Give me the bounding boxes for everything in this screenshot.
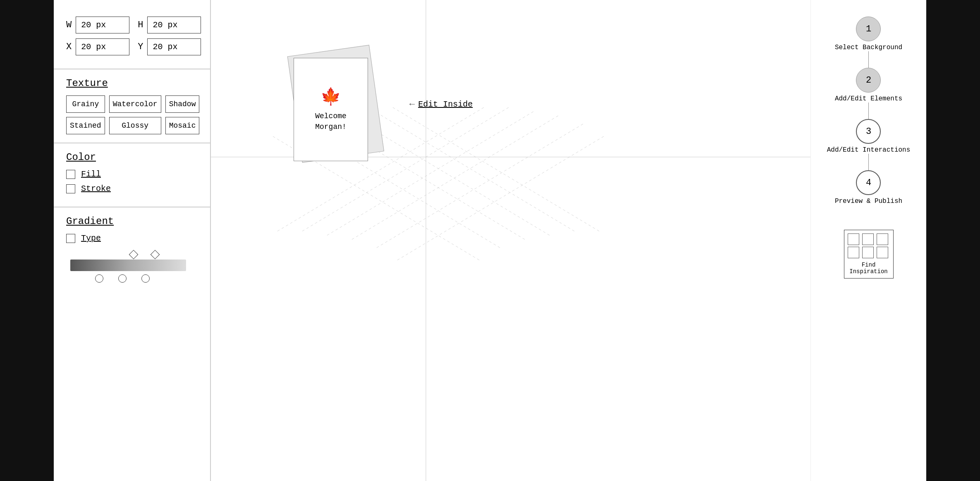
- color-section: Color Fill Stroke: [54, 143, 210, 207]
- texture-watercolor-button[interactable]: Watercolor: [109, 95, 161, 113]
- insp-cell-2: [862, 233, 874, 245]
- stroke-label: Stroke: [81, 184, 111, 193]
- workflow-container: 1 Select Background 2 Add/Edit Elements …: [827, 17, 911, 205]
- texture-shadow-button[interactable]: Shadow: [165, 95, 200, 113]
- card-front[interactable]: 🍁 Welcome Morgan!: [294, 58, 368, 161]
- right-panel: 1 Select Background 2 Add/Edit Elements …: [810, 0, 926, 481]
- canvas-area: 🍁 Welcome Morgan! ← Edit Inside: [211, 0, 810, 481]
- texture-grid: Grainy Watercolor Shadow Stained Glossy …: [66, 95, 198, 134]
- svg-line-6: [368, 107, 575, 231]
- step-connector-1: [868, 51, 869, 68]
- step-label-3: Add/Edit Interactions: [827, 146, 911, 154]
- insp-cell-5: [862, 247, 874, 258]
- width-input[interactable]: [76, 17, 129, 33]
- y-label: Y: [138, 42, 143, 52]
- step-label-4: Preview & Publish: [835, 198, 902, 205]
- card-welcome-text: Welcome Morgan!: [302, 111, 359, 132]
- step-number-1: 1: [866, 24, 871, 34]
- step-connector-2: [868, 102, 869, 119]
- right-black-bar: [926, 0, 980, 481]
- fill-label: Fill: [81, 169, 101, 179]
- gradient-stop-2[interactable]: [118, 274, 127, 283]
- texture-mosaic-button[interactable]: Mosaic: [165, 117, 200, 134]
- insp-cell-1: [848, 233, 859, 245]
- insp-cell-3: [877, 233, 888, 245]
- texture-glossy-button[interactable]: Glossy: [109, 117, 161, 134]
- greeting-card: 🍁 Welcome Morgan!: [294, 50, 385, 165]
- step-connector-3: [868, 154, 869, 170]
- gradient-type-row: Type: [66, 233, 198, 243]
- y-input[interactable]: [147, 38, 201, 55]
- h-label: H: [138, 20, 143, 30]
- step-circle-3[interactable]: 3: [856, 119, 881, 144]
- step-label-1: Select Background: [835, 44, 902, 51]
- insp-cell-6: [877, 247, 888, 258]
- gradient-type-checkbox[interactable]: [66, 234, 75, 243]
- find-inspiration-box[interactable]: Find Inspiration: [844, 230, 894, 279]
- insp-cell-4: [848, 247, 859, 258]
- fill-row: Fill: [66, 169, 198, 179]
- texture-title: Texture: [66, 78, 198, 89]
- edit-inside-arrow-icon: ←: [409, 99, 415, 110]
- workflow-step-4: 4 Preview & Publish: [835, 170, 902, 205]
- dimensions-section: W H X Y: [54, 8, 210, 69]
- gradient-stop-1[interactable]: [95, 274, 103, 283]
- position-row: X Y: [66, 38, 198, 55]
- svg-line-7: [393, 107, 600, 231]
- svg-line-11: [397, 136, 604, 260]
- edit-inside-label: Edit Inside: [418, 100, 473, 109]
- gradient-stops: [95, 274, 194, 283]
- inspiration-label: Find Inspiration: [848, 262, 890, 275]
- card-content: 🍁 Welcome Morgan!: [294, 58, 368, 161]
- step-circle-1[interactable]: 1: [856, 17, 881, 41]
- texture-section: Texture Grainy Watercolor Shadow Stained…: [54, 69, 210, 143]
- step-number-4: 4: [866, 178, 871, 188]
- step-number-2: 2: [866, 75, 871, 86]
- width-row: W H: [66, 17, 198, 33]
- step-circle-4[interactable]: 4: [856, 170, 881, 195]
- gradient-bar[interactable]: [70, 260, 186, 271]
- gradient-stop-3[interactable]: [141, 274, 150, 283]
- x-label: X: [66, 42, 72, 52]
- height-input[interactable]: [147, 17, 201, 33]
- step-label-2: Add/Edit Elements: [835, 95, 902, 102]
- gradient-title: Gradient: [66, 216, 198, 227]
- texture-stained-button[interactable]: Stained: [66, 117, 105, 134]
- fill-checkbox[interactable]: [66, 170, 75, 179]
- workflow-step-1: 1 Select Background: [835, 17, 902, 51]
- color-title: Color: [66, 152, 198, 163]
- stroke-row: Stroke: [66, 184, 198, 193]
- inspiration-grid: [848, 233, 890, 258]
- main-area: W H X Y Texture Grainy Watercolor Shadow: [54, 0, 926, 481]
- svg-line-8: [376, 124, 583, 248]
- workflow-step-2: 2 Add/Edit Elements: [835, 68, 902, 102]
- texture-grainy-button[interactable]: Grainy: [66, 95, 105, 113]
- card-container: 🍁 Welcome Morgan!: [294, 50, 385, 165]
- step-circle-2[interactable]: 2: [856, 68, 881, 93]
- gradient-section: Gradient Type: [54, 207, 210, 291]
- gradient-diamonds: [130, 251, 194, 258]
- left-black-bar: [0, 0, 54, 481]
- left-panel: W H X Y Texture Grainy Watercolor Shadow: [54, 0, 211, 481]
- gradient-type-label: Type: [81, 233, 101, 243]
- gradient-bar-container: [66, 251, 198, 283]
- maple-leaf-icon: 🍁: [320, 87, 341, 107]
- gradient-diamond-2[interactable]: [151, 250, 160, 260]
- step-number-3: 3: [866, 126, 871, 137]
- edit-inside-indicator[interactable]: ← Edit Inside: [409, 99, 473, 110]
- w-label: W: [66, 20, 72, 30]
- stroke-checkbox[interactable]: [66, 184, 75, 193]
- gradient-diamond-1[interactable]: [129, 250, 139, 260]
- x-input[interactable]: [76, 38, 129, 55]
- workflow-step-3: 3 Add/Edit Interactions: [827, 119, 911, 154]
